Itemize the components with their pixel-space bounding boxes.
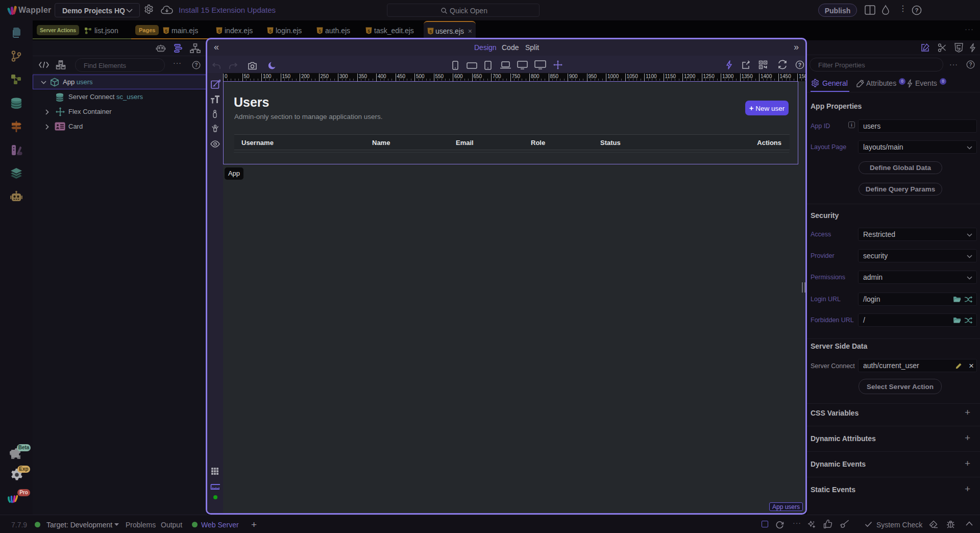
svg-text:5: 5 [165,29,167,34]
svg-text:?: ? [915,7,918,13]
svg-text:5: 5 [318,29,321,34]
svg-text:5: 5 [269,29,272,34]
svg-text:5: 5 [429,29,432,34]
svg-text:?: ? [969,62,972,67]
svg-text:?: ? [194,62,198,68]
svg-text:5: 5 [218,29,220,34]
svg-text:?: ? [798,62,801,68]
svg-text:5: 5 [368,29,370,34]
